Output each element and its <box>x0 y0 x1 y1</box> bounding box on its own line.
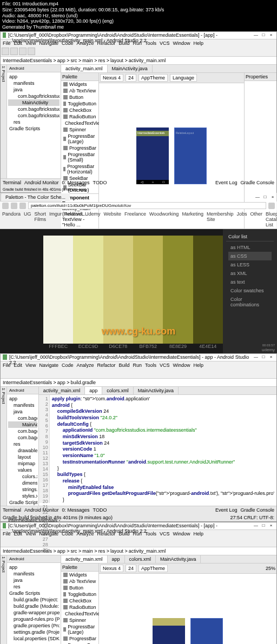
menu-vcs[interactable]: VCS <box>160 41 170 46</box>
code-line[interactable]: testInstrumentationRunner "android.suppo… <box>52 459 274 466</box>
menu-vcs[interactable]: VCS <box>160 363 170 368</box>
close-button[interactable]: × <box>268 523 274 528</box>
menu-navigate[interactable]: Navigate <box>39 363 58 368</box>
project-header[interactable]: Android <box>7 65 61 72</box>
editor-tab[interactable]: colors.xml <box>102 387 134 394</box>
browser-tab[interactable]: Paletton - The Color Sche... <box>1 193 70 201</box>
breadcrumb[interactable]: IntermediateEssentials >app >build.gradl… <box>1 379 276 387</box>
tree-item[interactable]: build.gradle (Module: app <box>8 603 60 609</box>
tree-item[interactable]: res <box>8 119 60 125</box>
menu-help[interactable]: Help <box>194 41 204 46</box>
tool-window-button[interactable]: Event Log <box>215 180 238 185</box>
editor-tab[interactable]: MainActivity.java <box>108 65 153 72</box>
breadcrumb-item[interactable]: res > <box>98 548 109 554</box>
code-line[interactable]: minifyEnabled false <box>52 485 274 491</box>
tree-item[interactable]: gradle-wrapper.properties <box>8 609 60 616</box>
menu-window[interactable]: Window <box>173 531 190 536</box>
menu-build[interactable]: Build <box>118 41 129 46</box>
phone-preview[interactable]: IntermediateEssentials ◁○□ <box>136 128 169 184</box>
code-editor[interactable]: 1234567891011121314151617181920212223242… <box>39 395 276 503</box>
tree-item[interactable]: manifests <box>8 80 60 86</box>
maximize-button[interactable]: □ <box>260 354 267 360</box>
palette-item[interactable]: ToggleButton <box>61 591 98 598</box>
menu-tools[interactable]: Tools <box>145 531 156 536</box>
menu-window[interactable]: Window <box>173 41 190 46</box>
breadcrumb-item[interactable]: main > <box>82 58 97 63</box>
palette-item[interactable]: Spinner <box>61 126 98 133</box>
bottom-tool-bar[interactable]: TerminalAndroid Monitor0: MessagesTODOEv… <box>1 506 276 514</box>
menu-edit[interactable]: Edit <box>14 531 23 536</box>
tool-window-button[interactable]: TODO <box>93 180 107 185</box>
open-icon[interactable] <box>2 48 9 55</box>
bookmark[interactable]: Freelance <box>124 211 146 227</box>
tool-window-button[interactable]: Android Monitor <box>24 507 59 513</box>
design-canvas[interactable]: ◁○□ <box>99 574 276 644</box>
project-header[interactable]: Android <box>7 555 61 563</box>
editor-tab[interactable]: activity_main.xml <box>61 555 108 563</box>
tree-item[interactable]: app <box>8 73 60 80</box>
tree-item[interactable]: colors.xml <box>8 473 37 480</box>
api-select[interactable]: 24 <box>126 565 136 572</box>
menu-navigate[interactable]: Navigate <box>39 41 58 46</box>
tree-item[interactable]: Gradle Scripts <box>8 125 60 132</box>
menu-refactor[interactable]: Refactor <box>97 363 115 368</box>
tree-item[interactable]: Gradle Scripts <box>8 499 37 506</box>
project-tree[interactable]: appmanifestsjavacom.bagoftricksstudiosMa… <box>7 72 61 133</box>
breadcrumb-item[interactable]: res > <box>98 58 109 63</box>
menu-analyze[interactable]: Analyze <box>76 531 94 536</box>
tool-window-button[interactable]: Event Log <box>215 507 238 513</box>
tool-window-button[interactable]: Terminal <box>3 180 21 185</box>
close-button[interactable]: × <box>269 194 276 200</box>
editor-tabs[interactable]: activity_main.xmlappcolors.xmlMainActivi… <box>39 387 276 395</box>
palette-item[interactable]: CheckBox <box>61 598 98 604</box>
tree-item[interactable]: com.bagoftricksstudio <box>8 434 37 441</box>
url-input[interactable]: paletton.com/#uid=11d0u0kPoM1ijzeDUGmoIo… <box>28 202 266 209</box>
theme-select[interactable]: AppTheme <box>138 74 168 82</box>
breadcrumb-item[interactable]: IntermediateEssentials > <box>3 58 56 63</box>
code-line[interactable]: applicationId "com.bagoftricksstudios.in… <box>52 427 274 434</box>
breadcrumb[interactable]: IntermediateEssentials >app >src >main >… <box>1 57 276 65</box>
menu-help[interactable]: Help <box>194 363 204 368</box>
tool-window-button[interactable]: 0: Messages <box>62 507 90 513</box>
menu-view[interactable]: View <box>25 531 36 536</box>
left-tool-gutter[interactable]: 1: Project <box>1 387 7 506</box>
bookmark[interactable]: Marketing <box>182 211 203 227</box>
minimize-button[interactable]: — <box>254 194 261 200</box>
editor-tabs[interactable]: activity_main.xmlappcolors.xmlMainActivi… <box>61 555 276 564</box>
menu-build[interactable]: Build <box>118 363 129 368</box>
breadcrumb-item[interactable]: app > <box>57 380 70 385</box>
editor-tab[interactable]: MainActivity.java <box>134 387 179 394</box>
bookmark[interactable]: Membership Site <box>207 211 234 227</box>
zoom-level[interactable]: 25% <box>266 566 275 571</box>
menu-analyze[interactable]: Analyze <box>76 363 94 368</box>
bookmark[interactable]: Website <box>104 211 121 227</box>
tree-item[interactable]: local.properties (SDK Locati <box>8 635 60 642</box>
menu-file[interactable]: File <box>3 363 11 368</box>
star-icon[interactable] <box>268 203 275 209</box>
blueprint-preview[interactable]: RelativeLayout <box>174 128 207 184</box>
code-line[interactable]: apply plugin: "str">'com.android.applica… <box>52 396 274 403</box>
menu-edit[interactable]: Edit <box>14 41 23 46</box>
bookmark[interactable]: Woodworking <box>149 211 179 227</box>
export-option[interactable]: as HTML <box>228 243 272 252</box>
left-tool-gutter[interactable]: 1: Project <box>1 555 7 644</box>
tree-item[interactable]: MainActivity <box>8 99 60 106</box>
menu-run[interactable]: Run <box>133 363 142 368</box>
palette-item[interactable]: Widgets <box>61 572 98 578</box>
export-option[interactable]: Color combinations <box>228 295 272 309</box>
save-icon[interactable] <box>10 48 18 55</box>
menu-view[interactable]: View <box>25 41 36 46</box>
export-option[interactable]: Color swatches <box>228 286 272 295</box>
menu-code[interactable]: Code <box>62 531 74 536</box>
tree-item[interactable]: values <box>8 467 37 473</box>
breadcrumb-item[interactable]: main > <box>82 548 97 554</box>
code-line[interactable]: buildTypes { <box>52 472 274 478</box>
back-icon[interactable] <box>2 203 9 209</box>
design-toolbar[interactable]: Nexus 4 24 AppTheme 25% <box>99 564 276 574</box>
minimize-button[interactable]: — <box>253 354 259 360</box>
breadcrumb-item[interactable]: app > <box>57 58 70 63</box>
export-sidebar[interactable]: Color list as HTMLas CSSas LESSas XMLas … <box>223 229 277 353</box>
tree-item[interactable]: java <box>8 86 60 93</box>
code-line[interactable]: release { <box>52 478 274 485</box>
main-toolbar[interactable] <box>1 47 276 57</box>
